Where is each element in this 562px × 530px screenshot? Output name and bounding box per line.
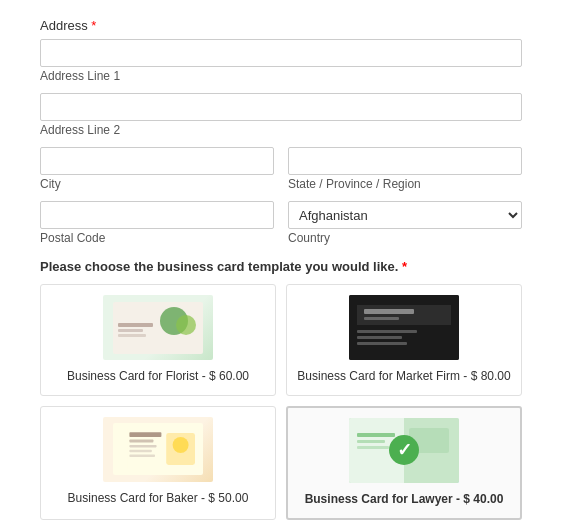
city-col: City — [40, 147, 274, 191]
florist-svg — [114, 303, 202, 353]
required-marker: * — [88, 18, 97, 33]
postal-country-row: Postal Code Afghanistan Albania United S… — [40, 201, 522, 245]
state-col: State / Province / Region — [288, 147, 522, 191]
postal-col: Postal Code — [40, 201, 274, 245]
card-label-market: Business Card for Market Firm - $ 80.00 — [295, 368, 513, 385]
country-select[interactable]: Afghanistan Albania United States — [288, 201, 522, 229]
city-input[interactable] — [40, 147, 274, 175]
svg-rect-11 — [357, 336, 402, 339]
cards-grid: Business Card for Florist - $ 60.00 Busi… — [40, 284, 522, 520]
svg-rect-9 — [364, 317, 399, 320]
check-overlay: ✓ — [389, 435, 419, 465]
svg-rect-14 — [129, 432, 161, 437]
address-line1-label: Address Line 1 — [40, 69, 522, 83]
svg-rect-6 — [349, 295, 459, 360]
address-line2-input[interactable] — [40, 93, 522, 121]
address-section: Address * Address Line 1 Address Line 2 … — [40, 18, 522, 245]
svg-rect-5 — [118, 334, 146, 337]
card-thumb-market — [349, 295, 459, 360]
card-option-market[interactable]: Business Card for Market Firm - $ 80.00 — [286, 284, 522, 396]
card-option-florist[interactable]: Business Card for Florist - $ 60.00 — [40, 284, 276, 396]
address-line1-input[interactable] — [40, 39, 522, 67]
address-header: Address * — [40, 18, 522, 33]
svg-rect-23 — [357, 433, 395, 437]
state-label: State / Province / Region — [288, 177, 522, 191]
svg-rect-24 — [357, 440, 385, 443]
address-line1-field: Address Line 1 — [40, 39, 522, 83]
svg-rect-12 — [357, 342, 407, 345]
card-option-lawyer[interactable]: ✓ Business Card for Lawyer - $ 40.00 — [286, 406, 522, 520]
city-label: City — [40, 177, 274, 191]
svg-rect-18 — [129, 455, 155, 457]
svg-rect-16 — [129, 445, 156, 447]
postal-label: Postal Code — [40, 231, 274, 245]
svg-rect-17 — [129, 450, 151, 452]
svg-rect-3 — [118, 323, 153, 327]
svg-rect-8 — [364, 309, 414, 314]
card-thumb-lawyer: ✓ — [349, 418, 459, 483]
svg-rect-10 — [357, 330, 417, 333]
country-col: Afghanistan Albania United States Countr… — [288, 201, 522, 245]
market-svg — [349, 295, 459, 360]
address-line2-label: Address Line 2 — [40, 123, 522, 137]
card-label-lawyer: Business Card for Lawyer - $ 40.00 — [296, 491, 512, 508]
city-state-row: City State / Province / Region — [40, 147, 522, 191]
baker-svg — [119, 429, 207, 469]
choose-card-label: Please choose the business card template… — [40, 259, 522, 274]
svg-rect-4 — [118, 329, 143, 332]
svg-rect-15 — [129, 440, 153, 443]
svg-point-20 — [173, 437, 189, 453]
card-thumb-florist — [103, 295, 213, 360]
state-input[interactable] — [288, 147, 522, 175]
card-option-baker[interactable]: Business Card for Baker - $ 50.00 — [40, 406, 276, 520]
card-thumb-baker — [103, 417, 213, 482]
address-line2-field: Address Line 2 — [40, 93, 522, 137]
country-label: Country — [288, 231, 522, 245]
svg-rect-7 — [357, 305, 451, 325]
svg-point-2 — [176, 315, 196, 335]
card-label-baker: Business Card for Baker - $ 50.00 — [49, 490, 267, 507]
card-label-florist: Business Card for Florist - $ 60.00 — [49, 368, 267, 385]
address-label: Address — [40, 18, 88, 33]
postal-input[interactable] — [40, 201, 274, 229]
svg-rect-25 — [357, 446, 389, 449]
